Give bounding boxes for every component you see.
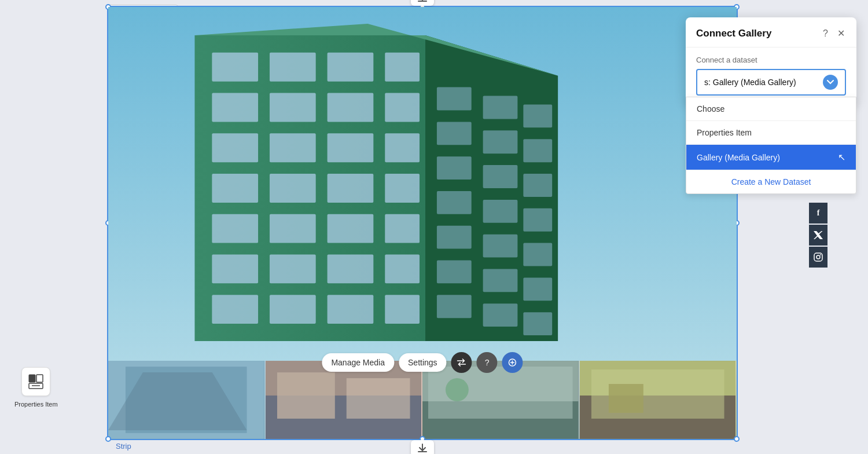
svg-rect-33: [437, 87, 472, 111]
svg-rect-30: [270, 295, 316, 324]
connect-panel-header: Connect Gallery ? ✕: [686, 17, 856, 47]
dropdown-trigger[interactable]: s: Gallery (Media Gallery): [696, 69, 846, 96]
svg-rect-35: [523, 105, 552, 128]
svg-rect-6: [270, 53, 316, 82]
svg-rect-15: [328, 133, 374, 162]
svg-rect-7: [328, 53, 374, 82]
svg-rect-37: [483, 130, 518, 153]
svg-rect-21: [212, 214, 258, 243]
properties-panel-left: Properties Item: [14, 367, 58, 408]
svg-rect-40: [483, 165, 518, 188]
svg-rect-9: [212, 93, 258, 122]
svg-point-75: [816, 255, 820, 259]
svg-rect-13: [212, 133, 258, 162]
dropdown-menu: Choose Properties Item Gallery (Media Ga…: [686, 97, 856, 194]
svg-rect-49: [483, 269, 518, 292]
svg-rect-31: [328, 295, 374, 324]
dropdown-arrow-icon: [823, 75, 838, 90]
svg-rect-11: [328, 93, 374, 122]
svg-rect-8: [385, 53, 420, 82]
svg-rect-43: [483, 200, 518, 223]
instagram-icon[interactable]: [809, 247, 827, 268]
properties-icon: [21, 367, 50, 396]
thumbnail-1[interactable]: [108, 361, 266, 439]
social-icons: f: [809, 203, 827, 268]
svg-rect-48: [437, 261, 472, 284]
cursor-icon: ↖: [838, 152, 845, 163]
svg-rect-29: [212, 295, 258, 324]
svg-rect-46: [483, 235, 518, 258]
properties-label: Properties Item: [14, 401, 58, 408]
svg-rect-41: [523, 174, 552, 197]
svg-rect-70: [29, 375, 35, 382]
gallery-container: [107, 6, 738, 440]
svg-rect-71: [36, 375, 43, 382]
dropdown-item-gallery[interactable]: Gallery (Media Gallery) ↖: [686, 145, 856, 170]
connect-panel-body: Connect a dataset s: Gallery (Media Gall…: [686, 47, 856, 104]
connect-gallery-panel: Connect Gallery ? ✕ Connect a dataset s:…: [686, 17, 856, 104]
svg-point-64: [446, 378, 469, 401]
handle-bot-left[interactable]: [105, 436, 111, 442]
manage-media-button[interactable]: Manage Media: [322, 353, 394, 372]
svg-rect-20: [385, 174, 420, 203]
svg-rect-24: [385, 214, 420, 243]
download-handle-bottom[interactable]: [411, 440, 434, 454]
connect-panel-title: Connect Gallery: [696, 28, 771, 39]
svg-rect-74: [814, 253, 822, 261]
twitter-icon[interactable]: [809, 225, 827, 246]
svg-rect-50: [523, 277, 552, 301]
handle-bot-right[interactable]: [734, 436, 740, 442]
svg-rect-32: [385, 295, 420, 324]
svg-rect-39: [437, 156, 472, 180]
svg-rect-59: [277, 372, 334, 419]
svg-rect-19: [328, 174, 374, 203]
exchange-icon-button[interactable]: [451, 352, 472, 373]
svg-rect-42: [437, 191, 472, 214]
help-icon-button[interactable]: ?: [477, 352, 498, 373]
svg-rect-27: [328, 255, 374, 284]
dropdown-container: s: Gallery (Media Gallery) Choose Proper…: [696, 69, 846, 96]
svg-rect-45: [437, 226, 472, 249]
download-handle-top[interactable]: [411, 0, 434, 6]
svg-rect-44: [523, 208, 552, 232]
svg-rect-68: [608, 384, 643, 413]
gallery-toolbar: Manage Media Settings ?: [322, 352, 523, 373]
dropdown-selected-text: s: Gallery (Media Gallery): [704, 78, 796, 87]
svg-rect-26: [270, 255, 316, 284]
svg-rect-51: [437, 295, 472, 318]
help-button[interactable]: ?: [822, 27, 829, 40]
svg-rect-16: [385, 133, 420, 162]
svg-rect-38: [523, 139, 552, 162]
svg-rect-60: [346, 378, 410, 419]
dropdown-item-choose[interactable]: Choose: [686, 97, 856, 121]
connect-icon-button[interactable]: [502, 352, 523, 373]
svg-rect-22: [270, 214, 316, 243]
dropdown-item-create-new[interactable]: Create a New Dataset: [686, 170, 856, 193]
connect-dataset-label: Connect a dataset: [696, 56, 846, 64]
svg-rect-52: [483, 303, 518, 327]
strip-label: Strip: [116, 442, 131, 451]
svg-rect-12: [385, 93, 420, 122]
svg-rect-10: [270, 93, 316, 122]
close-button[interactable]: ✕: [836, 27, 846, 40]
svg-rect-53: [523, 312, 552, 335]
settings-button[interactable]: Settings: [399, 353, 447, 372]
svg-rect-28: [385, 255, 420, 284]
svg-rect-34: [483, 96, 518, 119]
svg-rect-18: [270, 174, 316, 203]
facebook-icon[interactable]: f: [809, 203, 827, 224]
dropdown-item-properties[interactable]: Properties Item: [686, 121, 856, 145]
svg-rect-14: [270, 133, 316, 162]
svg-rect-23: [328, 214, 374, 243]
svg-rect-47: [523, 243, 552, 266]
svg-rect-5: [212, 53, 258, 82]
thumbnail-4[interactable]: [580, 361, 737, 439]
svg-rect-17: [212, 174, 258, 203]
gallery-main-image: [108, 7, 737, 361]
connect-panel-icons: ? ✕: [822, 27, 846, 40]
svg-rect-36: [437, 122, 472, 145]
svg-point-76: [820, 254, 821, 255]
svg-rect-25: [212, 255, 258, 284]
